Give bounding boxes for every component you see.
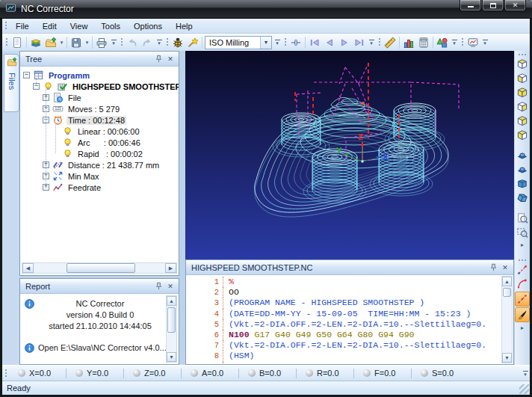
linear-move-button[interactable]	[516, 263, 529, 277]
toolbar-drag-handle[interactable]	[518, 53, 528, 56]
toolbar-drag-handle[interactable]	[461, 37, 464, 47]
ruler-button[interactable]	[383, 35, 398, 50]
menu-item-options[interactable]: Options	[127, 19, 169, 33]
chevron-down-icon[interactable]: ▾	[84, 35, 90, 50]
close-button[interactable]: ✕	[504, 0, 526, 11]
scroll-down-button[interactable]: ▼	[167, 352, 176, 362]
statistics-button[interactable]	[401, 35, 416, 50]
toolbar-overflow-button[interactable]	[521, 366, 530, 381]
zoom-window-button[interactable]	[516, 226, 529, 239]
format-combo[interactable]: ISO Milling▼	[205, 36, 272, 49]
model-view-3-button[interactable]	[516, 177, 529, 191]
close-icon[interactable]: ✕	[164, 280, 176, 292]
view-cube-corner2-button[interactable]	[516, 129, 529, 142]
menu-item-tools[interactable]: Tools	[94, 19, 127, 33]
tree-item-feedrate[interactable]: +Feedrate	[20, 182, 179, 193]
scroll-up-button[interactable]: ▲	[502, 277, 512, 286]
view-cube-top-button[interactable]	[516, 58, 529, 71]
screen-button[interactable]	[466, 35, 480, 50]
toolbar-overflow-button[interactable]	[480, 35, 489, 50]
nc-code-editor[interactable]: 1%2OO3(PROGRAM NAME - HIGHSPEED SMOOTHST…	[186, 275, 501, 364]
undo-button[interactable]	[125, 35, 140, 50]
highlight-moves-button[interactable]	[515, 292, 530, 307]
chevron-down-icon[interactable]: ▼	[260, 37, 271, 49]
tree-item-programm[interactable]: −Programm	[20, 70, 179, 81]
toolbar-expand-button[interactable]: ▸	[515, 324, 530, 331]
scrollbar-thumb[interactable]	[66, 263, 135, 273]
model-view-2-button[interactable]	[516, 163, 529, 176]
view-cube-solid-button[interactable]	[516, 86, 529, 99]
report-vertical-scrollbar[interactable]: ▲ ▼	[166, 295, 177, 363]
save-button[interactable]	[69, 35, 84, 50]
layers-button[interactable]	[28, 35, 43, 50]
view-cube-corner-button[interactable]	[516, 114, 529, 128]
new-document-button[interactable]	[10, 35, 25, 50]
maximize-button[interactable]	[482, 0, 504, 11]
calculator-button[interactable]	[416, 35, 431, 50]
toolbar-drag-handle[interactable]	[166, 37, 169, 47]
menubar-drag-handle[interactable]	[4, 21, 7, 31]
tree-item-distance-21-438-77-mm[interactable]: +Distance : 21 438.77 mm	[20, 159, 179, 170]
toolbar-drag-handle[interactable]	[518, 259, 528, 262]
scroll-down-button[interactable]: ▼	[502, 353, 512, 363]
open-folder-button[interactable]	[43, 35, 58, 50]
toolbar-overflow-button[interactable]	[367, 35, 376, 50]
scrollbar-thumb[interactable]	[503, 288, 511, 297]
title-bar[interactable]: NC Corrector ✕	[0, 0, 532, 19]
close-icon[interactable]: ✕	[164, 53, 176, 65]
menu-item-file[interactable]: File	[9, 19, 36, 33]
close-icon[interactable]: ✕	[499, 262, 511, 274]
tree-item-rapid-00-00-02[interactable]: Rapid : 00:00:02	[20, 148, 179, 159]
zoom-to-page-button[interactable]	[516, 212, 529, 225]
tree-item-moves-5-279[interactable]: +123Moves : 5 279	[20, 103, 179, 114]
minimize-button[interactable]	[460, 0, 481, 11]
pin-icon[interactable]	[487, 262, 499, 274]
menu-item-edit[interactable]: Edit	[36, 19, 64, 33]
print-button[interactable]	[94, 35, 109, 50]
draw-brush-button[interactable]	[515, 307, 530, 322]
menu-item-view[interactable]: View	[64, 19, 95, 33]
tree-item-highspeed-smoothstep-nc[interactable]: −HIGHSPEED SMOOTHSTEP.NC	[20, 81, 179, 92]
scroll-up-button[interactable]: ▲	[167, 296, 176, 306]
toolbar-overflow-button[interactable]	[155, 35, 164, 50]
tree-horizontal-scrollbar[interactable]: ◀ ▶	[22, 262, 177, 274]
skip-first-button[interactable]	[307, 35, 322, 50]
redo-button[interactable]	[140, 35, 155, 50]
toolbar-expand-button[interactable]: ▸	[515, 241, 530, 248]
shapes-button[interactable]	[435, 35, 450, 50]
arc-move-button[interactable]	[516, 277, 529, 291]
code-vertical-scrollbar[interactable]: ▲ ▼	[501, 276, 513, 363]
skip-last-button[interactable]	[352, 35, 367, 50]
tree-item-linear-00-06-00[interactable]: Linear : 00:06:00	[20, 126, 179, 137]
scrollbar-thumb[interactable]	[167, 307, 176, 333]
toolbar-overflow-button[interactable]	[273, 35, 282, 50]
model-view-1-button[interactable]	[516, 149, 529, 162]
toolbar-overflow-button[interactable]	[109, 35, 118, 50]
menu-item-help[interactable]: Help	[169, 19, 200, 33]
toolbar-drag-handle[interactable]	[4, 369, 7, 378]
report-panel-titlebar[interactable]: Report ✕	[20, 279, 179, 294]
toolbar-drag-handle[interactable]	[5, 37, 8, 47]
chevron-down-icon[interactable]: ▾	[58, 35, 65, 50]
resize-grip[interactable]	[519, 384, 529, 394]
view-cube-left-button[interactable]	[516, 72, 529, 85]
toolbar-drag-handle[interactable]	[284, 37, 287, 47]
code-panel-titlebar[interactable]: HIGHSPEED SMOOTHSTEP.NC ✕	[186, 260, 513, 275]
pin-icon[interactable]	[152, 280, 164, 292]
scroll-left-button[interactable]: ◀	[22, 263, 34, 273]
toolbar-drag-handle[interactable]	[378, 37, 381, 47]
magic-wand-button[interactable]	[185, 35, 200, 50]
scroll-right-button[interactable]: ▶	[165, 263, 176, 273]
simulation-slider-button[interactable]	[288, 35, 303, 50]
view-cube-right-button[interactable]	[516, 100, 529, 114]
pin-icon[interactable]	[152, 53, 164, 65]
tree-item-time-00-12-48[interactable]: −Time : 00:12:48	[20, 114, 179, 126]
tree-panel-titlebar[interactable]: Tree ✕	[20, 52, 179, 67]
toolbar-overflow-button[interactable]	[450, 35, 459, 50]
step-forward-button[interactable]	[337, 35, 352, 50]
model-view-4-button[interactable]	[516, 191, 529, 205]
tree-item-arc-00-06-46[interactable]: Arc : 00:06:46	[20, 137, 179, 148]
tree-item-file[interactable]: +File	[20, 92, 179, 103]
step-back-button[interactable]	[322, 35, 337, 50]
viewport-3d[interactable]: ZXY	[185, 51, 514, 259]
